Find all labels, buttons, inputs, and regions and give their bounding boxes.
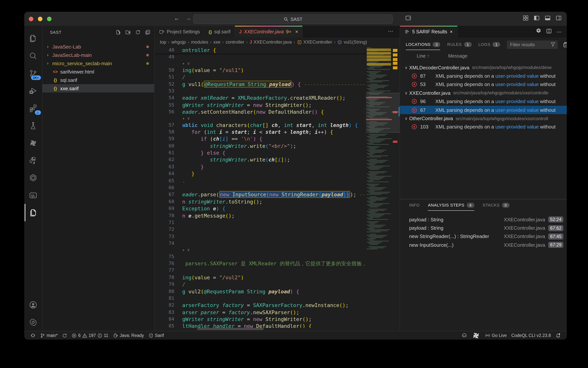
status-branch[interactable]: main* — [38, 331, 60, 340]
code-line[interactable]: 78ing(value = "/vul2") — [154, 274, 366, 281]
code-line[interactable]: 75 — [154, 253, 366, 260]
breadcrumb-item[interactable]: vul1(String) — [337, 39, 367, 45]
code-line[interactable]: 59 if (ch[i] == '\n') { — [154, 136, 366, 142]
code-line[interactable]: 56eader.setContentHandler(new DefaultHan… — [154, 108, 366, 115]
sarif-explorer-activity-item[interactable] — [24, 204, 42, 221]
message-link[interactable]: user-provided value — [495, 107, 539, 113]
close-window-icon[interactable] — [29, 17, 33, 21]
breadcrumb-item[interactable]: controller — [226, 39, 244, 45]
result-group-row[interactable]: ∨XMLDecoderController.javasrc/main/java/… — [400, 63, 567, 72]
run-debug-activity-item[interactable] — [24, 82, 42, 99]
tree-item[interactable]: <>sarifviewer.html — [42, 67, 154, 76]
code-line[interactable]: 73 — [154, 233, 366, 240]
codeql-activity-item[interactable]: QL — [24, 186, 42, 204]
code-line[interactable]: 50ing(value = "/vul1") — [154, 67, 366, 74]
code-line[interactable]: 70n e.getMessage(); — [154, 212, 366, 219]
tab-sql-sarif[interactable]: {}sql.sarif — [204, 26, 235, 37]
code-line[interactable]: 69Exception e) { — [154, 205, 366, 212]
analysis-step-row[interactable]: payload : StringXXEController.java67:62 — [409, 224, 567, 232]
code-line[interactable]: 85ltHandler handler = new DefaultHandler… — [154, 323, 366, 328]
toggle-sidebar-icon[interactable] — [534, 15, 540, 21]
openai-activity-item[interactable] — [24, 169, 42, 186]
tab-xxecontroller-java[interactable]: JXXEController.java9+× — [235, 26, 303, 37]
status-copilot[interactable] — [459, 331, 470, 340]
code-editor[interactable]: 40ontroller { 49✦ ∨50ing(value = "/vul1"… — [154, 47, 400, 331]
breadcrumb-item[interactable]: whgojp — [172, 39, 186, 45]
status-bell-dot[interactable] — [553, 331, 563, 340]
result-group-row[interactable]: ∨OtherController.javasrc/main/java/top/w… — [400, 114, 567, 123]
account-activity-item[interactable] — [24, 296, 42, 313]
status-pinwheel[interactable] — [470, 331, 483, 340]
pinwheel-activity-item[interactable] — [24, 134, 42, 152]
minimap[interactable] — [366, 47, 400, 328]
code-line[interactable]: 76 parsers.SAXParser 是 XMLReader 的替代品，它提… — [154, 260, 366, 267]
code-line[interactable]: 66 — [154, 184, 366, 191]
code-line[interactable]: 49 — [154, 54, 366, 61]
minimize-window-icon[interactable] — [38, 17, 42, 21]
code-line[interactable]: 61 } else { — [154, 149, 366, 156]
code-line[interactable]: 51/ — [154, 74, 366, 81]
new-folder-icon[interactable] — [125, 29, 131, 35]
tree-item[interactable]: {}xxe.sarif — [42, 84, 154, 92]
new-file-icon[interactable] — [116, 29, 121, 35]
message-link[interactable]: user-provided value — [495, 124, 539, 130]
close-tab-icon[interactable]: × — [450, 29, 453, 34]
code-line[interactable]: 55gWriter stringWriter = new StringWrite… — [154, 101, 366, 108]
code-line[interactable]: 74 — [154, 240, 366, 247]
analysis-step-row[interactable]: new StringReader(...) : StringReaderXXEC… — [409, 232, 567, 241]
detail-tab-stacks[interactable]: STACKS0 — [483, 202, 510, 208]
more-actions-icon[interactable]: ⋯ — [557, 29, 562, 35]
analysis-step-row[interactable]: payload : StringXXEController.java52:24 — [409, 215, 567, 224]
tree-item[interactable]: ›micro_service_seclab-main — [42, 59, 154, 67]
nav-forward-icon[interactable]: → — [186, 15, 191, 21]
analysis-step-row[interactable]: new InputSource(...)XXEController.java67… — [409, 241, 567, 249]
toggle-secondary-sidebar-icon[interactable] — [556, 15, 561, 21]
tree-item[interactable]: ›JavaSec-Lab — [42, 42, 154, 51]
result-row[interactable]: 96XML parsing depends on a user-provided… — [400, 97, 567, 106]
status-codeql-cli-v2-23-8[interactable]: CodeQL CLI v2.23.8 — [509, 331, 553, 340]
tab-sarif-results[interactable]: 5 SARIF Results × — [400, 26, 457, 37]
code-line[interactable]: 80g vul2(@RequestParam String payload) { — [154, 288, 366, 295]
tree-item[interactable]: ›JavaSecLab-main — [42, 51, 154, 59]
explorer-activity-item[interactable] — [24, 29, 42, 47]
message-link[interactable]: user-provided value — [495, 99, 539, 104]
status-sync[interactable] — [60, 331, 70, 340]
python-activity-item[interactable] — [24, 152, 42, 169]
breadcrumb[interactable]: top›whgojp›modules›xxe›controller›JXXECo… — [154, 37, 400, 47]
breadcrumb-item[interactable]: top — [160, 39, 166, 45]
breadcrumb-item[interactable]: xxe — [213, 39, 220, 45]
code-line[interactable]: 57ublic void characters(char[] ch, int s… — [154, 121, 366, 129]
openai-icon[interactable] — [536, 28, 541, 35]
collapse-all-icon[interactable] — [145, 29, 150, 35]
breadcrumb-item[interactable]: modules — [191, 39, 208, 45]
code-line[interactable]: 64 } — [154, 170, 366, 177]
message-link[interactable]: user-provided value — [495, 73, 539, 79]
code-line[interactable]: 81 — [154, 295, 366, 302]
command-center-search[interactable]: SAST — [193, 14, 393, 24]
code-line[interactable]: 84gWriter stringWriter = new StringWrite… — [154, 316, 366, 323]
maximize-window-icon[interactable] — [47, 17, 52, 21]
source-control-activity-item[interactable]: 1K+ — [24, 64, 42, 82]
editor-more-actions-icon[interactable]: ⋯ — [388, 28, 394, 34]
code-line[interactable]: 53 — [154, 88, 366, 95]
detail-tab-analysis-steps[interactable]: ANALYSIS STEPS4 — [428, 202, 474, 208]
code-line[interactable]: 54eader xmlReader = XMLReaderFactory.cre… — [154, 95, 366, 101]
settings-activity-item[interactable] — [24, 313, 42, 331]
testing-activity-item[interactable] — [24, 117, 42, 134]
results-tab-logs[interactable]: LOGS1 — [478, 42, 500, 47]
code-line[interactable]: 60 stringWriter.write("<br/>"); — [154, 142, 366, 149]
status-remote[interactable] — [28, 331, 38, 340]
result-row[interactable]: 103XML parsing depends on a user-provide… — [400, 123, 567, 131]
code-line[interactable]: 62 stringWriter.write(ch[i]); — [154, 156, 366, 163]
code-line[interactable]: 82arserFactory factory = SAXParserFactor… — [154, 302, 366, 309]
code-line[interactable]: 79/ — [154, 281, 366, 288]
toggle-panel-icon[interactable] — [545, 15, 551, 21]
results-tab-rules[interactable]: RULES1 — [447, 42, 471, 47]
results-tab-locations[interactable]: LOCATIONS3 — [406, 42, 440, 47]
search-activity-item[interactable] — [24, 47, 42, 64]
inline-suggestion-widget[interactable]: ✦ ∨ — [154, 115, 366, 121]
nav-back-icon[interactable]: ← — [174, 15, 180, 21]
code-line[interactable]: 65. — [154, 177, 366, 184]
result-row[interactable]: 87XML parsing depends on a user-provided… — [400, 72, 567, 80]
layout-grid-icon[interactable] — [523, 15, 528, 21]
